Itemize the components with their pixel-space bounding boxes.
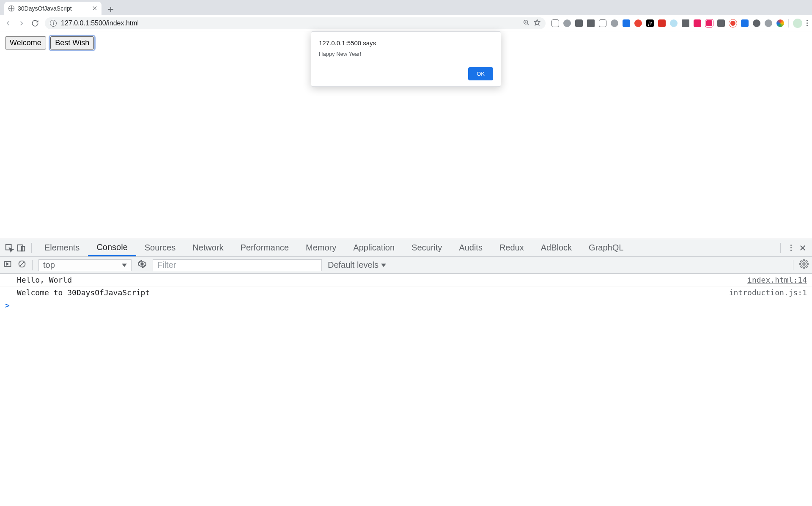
tab-redux[interactable]: Redux (491, 239, 532, 256)
console-output: Hello, World index.html:14 Welcome to 30… (0, 274, 812, 506)
extension-icon[interactable] (634, 19, 642, 27)
reload-button[interactable] (31, 19, 39, 27)
divider (31, 243, 32, 253)
tab-performance[interactable]: Performance (232, 239, 298, 256)
prompt-caret: > (5, 301, 10, 310)
extension-icon[interactable] (563, 19, 571, 27)
extension-icon[interactable] (717, 19, 725, 27)
dialog-header: 127.0.0.1:5500 says (319, 39, 493, 47)
console-log-row: Welcome to 30DaysOfJavaScript introducti… (0, 286, 812, 299)
globe-icon (8, 6, 14, 11)
profile-avatar[interactable] (793, 19, 802, 28)
address-bar[interactable]: i 127.0.0.1:5500/index.html (45, 17, 546, 29)
svg-point-14 (140, 262, 143, 265)
tab-elements[interactable]: Elements (36, 239, 88, 256)
log-levels-dropdown[interactable]: Default levels (328, 260, 386, 270)
forward-button[interactable] (18, 19, 25, 27)
extension-icon[interactable] (611, 19, 618, 27)
console-filter-input[interactable]: Filter (153, 259, 322, 271)
svg-marker-4 (534, 19, 540, 25)
browser-menu-icon[interactable] (807, 20, 808, 26)
welcome-button[interactable]: Welcome (5, 36, 46, 50)
tab-adblock[interactable]: AdBlock (532, 239, 580, 256)
device-toggle-icon[interactable] (15, 243, 27, 253)
dialog-ok-button[interactable]: OK (468, 67, 493, 80)
tab-application[interactable]: Application (345, 239, 403, 256)
console-settings-icon[interactable] (799, 259, 809, 271)
extension-icon[interactable] (741, 19, 749, 27)
dialog-message: Happy New Year! (319, 51, 493, 57)
zoom-icon[interactable] (523, 19, 529, 28)
execution-context-dropdown[interactable]: top (38, 259, 132, 271)
extension-icon[interactable] (551, 19, 559, 27)
extension-icon[interactable] (682, 19, 689, 27)
devtools-close-icon[interactable] (797, 244, 809, 252)
log-message: Hello, World (17, 275, 747, 284)
chevron-down-icon (122, 264, 127, 267)
chevron-down-icon (381, 264, 386, 267)
extension-icon[interactable] (658, 19, 666, 27)
divider (793, 260, 793, 270)
back-button[interactable] (4, 19, 12, 27)
devtools-panel: Elements Console Sources Network Perform… (0, 239, 812, 506)
log-source-link[interactable]: introduction.js:1 (729, 288, 807, 297)
svg-marker-11 (7, 263, 8, 265)
live-expression-icon[interactable] (137, 259, 147, 271)
extension-icon[interactable] (694, 19, 701, 27)
browser-toolbar: i 127.0.0.1:5500/index.html f? (0, 15, 812, 31)
svg-point-16 (803, 263, 805, 265)
extension-icon[interactable] (623, 19, 630, 27)
dialog-actions: OK (319, 67, 493, 80)
svg-line-3 (527, 23, 529, 25)
extension-icon[interactable] (765, 19, 772, 27)
url-text: 127.0.0.1:5500/index.html (61, 19, 518, 27)
extension-icon[interactable] (705, 19, 713, 27)
devtools-menu-icon[interactable] (785, 245, 797, 251)
console-toolbar: top Filter Default levels (0, 257, 812, 274)
extension-icon[interactable] (729, 19, 737, 27)
javascript-alert-dialog: 127.0.0.1:5500 says Happy New Year! OK (311, 31, 501, 87)
tab-security[interactable]: Security (403, 239, 450, 256)
extension-icon[interactable] (753, 19, 760, 27)
tab-network[interactable]: Network (184, 239, 232, 256)
toggle-sidebar-icon[interactable] (3, 260, 12, 270)
browser-tabstrip: 30DaysOfJavaScript (0, 0, 812, 15)
bookmark-icon[interactable] (534, 19, 540, 28)
inspect-element-icon[interactable] (3, 243, 15, 253)
tab-console[interactable]: Console (88, 239, 136, 256)
clear-console-icon[interactable] (18, 260, 26, 270)
divider (780, 243, 781, 253)
devtools-tabbar: Elements Console Sources Network Perform… (0, 239, 812, 257)
tab-audits[interactable]: Audits (450, 239, 491, 256)
log-message: Welcome to 30DaysOfJavaScript (17, 288, 729, 297)
best-wish-button[interactable]: Best Wish (50, 36, 94, 50)
extension-icon[interactable] (599, 19, 606, 27)
context-value: top (43, 260, 55, 270)
site-info-icon[interactable]: i (50, 20, 57, 27)
svg-line-13 (20, 262, 24, 266)
tab-graphql[interactable]: GraphQL (580, 239, 632, 256)
divider (32, 260, 33, 270)
tab-sources[interactable]: Sources (136, 239, 184, 256)
extension-icon[interactable] (670, 19, 678, 27)
filter-placeholder: Filter (157, 260, 176, 270)
divider (788, 19, 789, 28)
extension-icon[interactable] (575, 19, 583, 27)
tab-title: 30DaysOfJavaScript (18, 5, 92, 12)
close-tab-icon[interactable] (92, 6, 97, 11)
browser-tab-active[interactable]: 30DaysOfJavaScript (4, 2, 102, 15)
log-source-link[interactable]: index.html:14 (747, 275, 807, 284)
extension-icon[interactable] (587, 19, 595, 27)
console-prompt[interactable]: > (0, 299, 812, 311)
levels-label: Default levels (328, 260, 379, 270)
console-log-row: Hello, World index.html:14 (0, 274, 812, 286)
page-content: Welcome Best Wish 127.0.0.1:5500 says Ha… (0, 31, 812, 239)
extension-icon[interactable]: f? (646, 19, 654, 27)
tab-memory[interactable]: Memory (297, 239, 345, 256)
extension-icons: f? (551, 15, 808, 31)
extension-icon[interactable] (776, 19, 784, 27)
new-tab-button[interactable] (105, 3, 117, 15)
